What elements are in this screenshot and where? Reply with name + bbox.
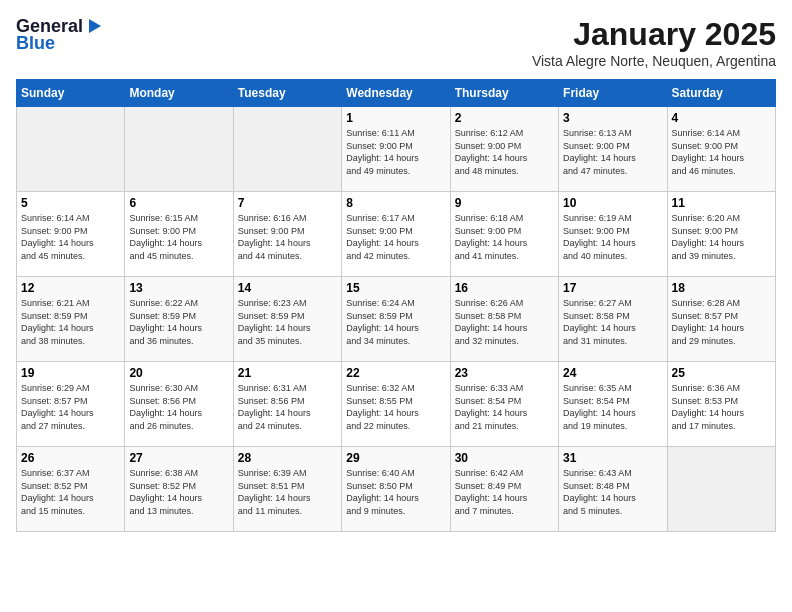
day-info: Sunrise: 6:14 AM Sunset: 9:00 PM Dayligh…	[21, 212, 120, 262]
day-info: Sunrise: 6:28 AM Sunset: 8:57 PM Dayligh…	[672, 297, 771, 347]
logo: General Blue	[16, 16, 103, 54]
calendar-cell: 1Sunrise: 6:11 AM Sunset: 9:00 PM Daylig…	[342, 107, 450, 192]
day-info: Sunrise: 6:37 AM Sunset: 8:52 PM Dayligh…	[21, 467, 120, 517]
calendar-cell: 25Sunrise: 6:36 AM Sunset: 8:53 PM Dayli…	[667, 362, 775, 447]
day-number: 15	[346, 281, 445, 295]
day-info: Sunrise: 6:27 AM Sunset: 8:58 PM Dayligh…	[563, 297, 662, 347]
day-info: Sunrise: 6:29 AM Sunset: 8:57 PM Dayligh…	[21, 382, 120, 432]
calendar-cell: 31Sunrise: 6:43 AM Sunset: 8:48 PM Dayli…	[559, 447, 667, 532]
calendar-week-row: 19Sunrise: 6:29 AM Sunset: 8:57 PM Dayli…	[17, 362, 776, 447]
day-number: 11	[672, 196, 771, 210]
day-header-saturday: Saturday	[667, 80, 775, 107]
calendar-week-row: 12Sunrise: 6:21 AM Sunset: 8:59 PM Dayli…	[17, 277, 776, 362]
day-info: Sunrise: 6:39 AM Sunset: 8:51 PM Dayligh…	[238, 467, 337, 517]
calendar-week-row: 1Sunrise: 6:11 AM Sunset: 9:00 PM Daylig…	[17, 107, 776, 192]
day-info: Sunrise: 6:26 AM Sunset: 8:58 PM Dayligh…	[455, 297, 554, 347]
day-info: Sunrise: 6:35 AM Sunset: 8:54 PM Dayligh…	[563, 382, 662, 432]
day-number: 19	[21, 366, 120, 380]
day-header-sunday: Sunday	[17, 80, 125, 107]
calendar-cell: 26Sunrise: 6:37 AM Sunset: 8:52 PM Dayli…	[17, 447, 125, 532]
day-info: Sunrise: 6:11 AM Sunset: 9:00 PM Dayligh…	[346, 127, 445, 177]
month-title: January 2025	[532, 16, 776, 53]
calendar-cell: 18Sunrise: 6:28 AM Sunset: 8:57 PM Dayli…	[667, 277, 775, 362]
calendar-header-row: SundayMondayTuesdayWednesdayThursdayFrid…	[17, 80, 776, 107]
day-number: 5	[21, 196, 120, 210]
calendar-cell: 3Sunrise: 6:13 AM Sunset: 9:00 PM Daylig…	[559, 107, 667, 192]
calendar-cell: 11Sunrise: 6:20 AM Sunset: 9:00 PM Dayli…	[667, 192, 775, 277]
day-info: Sunrise: 6:24 AM Sunset: 8:59 PM Dayligh…	[346, 297, 445, 347]
page-header: General Blue January 2025 Vista Alegre N…	[16, 16, 776, 69]
day-number: 8	[346, 196, 445, 210]
day-number: 3	[563, 111, 662, 125]
day-number: 17	[563, 281, 662, 295]
day-info: Sunrise: 6:21 AM Sunset: 8:59 PM Dayligh…	[21, 297, 120, 347]
calendar-cell: 8Sunrise: 6:17 AM Sunset: 9:00 PM Daylig…	[342, 192, 450, 277]
calendar-cell: 24Sunrise: 6:35 AM Sunset: 8:54 PM Dayli…	[559, 362, 667, 447]
day-info: Sunrise: 6:33 AM Sunset: 8:54 PM Dayligh…	[455, 382, 554, 432]
calendar-cell	[233, 107, 341, 192]
day-number: 30	[455, 451, 554, 465]
calendar-cell: 27Sunrise: 6:38 AM Sunset: 8:52 PM Dayli…	[125, 447, 233, 532]
day-number: 6	[129, 196, 228, 210]
calendar-week-row: 5Sunrise: 6:14 AM Sunset: 9:00 PM Daylig…	[17, 192, 776, 277]
day-header-monday: Monday	[125, 80, 233, 107]
day-header-thursday: Thursday	[450, 80, 558, 107]
day-info: Sunrise: 6:12 AM Sunset: 9:00 PM Dayligh…	[455, 127, 554, 177]
day-number: 29	[346, 451, 445, 465]
day-info: Sunrise: 6:17 AM Sunset: 9:00 PM Dayligh…	[346, 212, 445, 262]
calendar-cell: 7Sunrise: 6:16 AM Sunset: 9:00 PM Daylig…	[233, 192, 341, 277]
day-number: 27	[129, 451, 228, 465]
day-number: 7	[238, 196, 337, 210]
calendar-cell: 19Sunrise: 6:29 AM Sunset: 8:57 PM Dayli…	[17, 362, 125, 447]
day-number: 31	[563, 451, 662, 465]
calendar-cell: 28Sunrise: 6:39 AM Sunset: 8:51 PM Dayli…	[233, 447, 341, 532]
day-info: Sunrise: 6:40 AM Sunset: 8:50 PM Dayligh…	[346, 467, 445, 517]
calendar-cell: 14Sunrise: 6:23 AM Sunset: 8:59 PM Dayli…	[233, 277, 341, 362]
day-info: Sunrise: 6:42 AM Sunset: 8:49 PM Dayligh…	[455, 467, 554, 517]
day-header-tuesday: Tuesday	[233, 80, 341, 107]
day-number: 4	[672, 111, 771, 125]
day-info: Sunrise: 6:15 AM Sunset: 9:00 PM Dayligh…	[129, 212, 228, 262]
location-title: Vista Alegre Norte, Neuquen, Argentina	[532, 53, 776, 69]
logo-arrow-icon	[85, 17, 103, 35]
day-header-friday: Friday	[559, 80, 667, 107]
day-number: 13	[129, 281, 228, 295]
calendar-cell: 23Sunrise: 6:33 AM Sunset: 8:54 PM Dayli…	[450, 362, 558, 447]
day-number: 24	[563, 366, 662, 380]
day-info: Sunrise: 6:14 AM Sunset: 9:00 PM Dayligh…	[672, 127, 771, 177]
calendar-cell: 12Sunrise: 6:21 AM Sunset: 8:59 PM Dayli…	[17, 277, 125, 362]
calendar-cell: 2Sunrise: 6:12 AM Sunset: 9:00 PM Daylig…	[450, 107, 558, 192]
day-info: Sunrise: 6:16 AM Sunset: 9:00 PM Dayligh…	[238, 212, 337, 262]
calendar-cell: 22Sunrise: 6:32 AM Sunset: 8:55 PM Dayli…	[342, 362, 450, 447]
day-info: Sunrise: 6:36 AM Sunset: 8:53 PM Dayligh…	[672, 382, 771, 432]
calendar-cell	[125, 107, 233, 192]
day-info: Sunrise: 6:31 AM Sunset: 8:56 PM Dayligh…	[238, 382, 337, 432]
day-info: Sunrise: 6:30 AM Sunset: 8:56 PM Dayligh…	[129, 382, 228, 432]
calendar-cell: 10Sunrise: 6:19 AM Sunset: 9:00 PM Dayli…	[559, 192, 667, 277]
calendar-table: SundayMondayTuesdayWednesdayThursdayFrid…	[16, 79, 776, 532]
calendar-cell: 21Sunrise: 6:31 AM Sunset: 8:56 PM Dayli…	[233, 362, 341, 447]
day-number: 28	[238, 451, 337, 465]
day-info: Sunrise: 6:38 AM Sunset: 8:52 PM Dayligh…	[129, 467, 228, 517]
day-info: Sunrise: 6:13 AM Sunset: 9:00 PM Dayligh…	[563, 127, 662, 177]
day-number: 9	[455, 196, 554, 210]
calendar-cell: 17Sunrise: 6:27 AM Sunset: 8:58 PM Dayli…	[559, 277, 667, 362]
day-info: Sunrise: 6:23 AM Sunset: 8:59 PM Dayligh…	[238, 297, 337, 347]
calendar-cell	[667, 447, 775, 532]
day-number: 12	[21, 281, 120, 295]
calendar-cell: 4Sunrise: 6:14 AM Sunset: 9:00 PM Daylig…	[667, 107, 775, 192]
svg-marker-0	[89, 19, 101, 33]
calendar-cell: 16Sunrise: 6:26 AM Sunset: 8:58 PM Dayli…	[450, 277, 558, 362]
day-number: 25	[672, 366, 771, 380]
day-number: 2	[455, 111, 554, 125]
day-info: Sunrise: 6:22 AM Sunset: 8:59 PM Dayligh…	[129, 297, 228, 347]
day-number: 18	[672, 281, 771, 295]
day-number: 14	[238, 281, 337, 295]
calendar-cell: 15Sunrise: 6:24 AM Sunset: 8:59 PM Dayli…	[342, 277, 450, 362]
calendar-cell: 20Sunrise: 6:30 AM Sunset: 8:56 PM Dayli…	[125, 362, 233, 447]
calendar-cell: 30Sunrise: 6:42 AM Sunset: 8:49 PM Dayli…	[450, 447, 558, 532]
day-info: Sunrise: 6:32 AM Sunset: 8:55 PM Dayligh…	[346, 382, 445, 432]
calendar-cell: 5Sunrise: 6:14 AM Sunset: 9:00 PM Daylig…	[17, 192, 125, 277]
calendar-cell: 29Sunrise: 6:40 AM Sunset: 8:50 PM Dayli…	[342, 447, 450, 532]
calendar-cell: 6Sunrise: 6:15 AM Sunset: 9:00 PM Daylig…	[125, 192, 233, 277]
